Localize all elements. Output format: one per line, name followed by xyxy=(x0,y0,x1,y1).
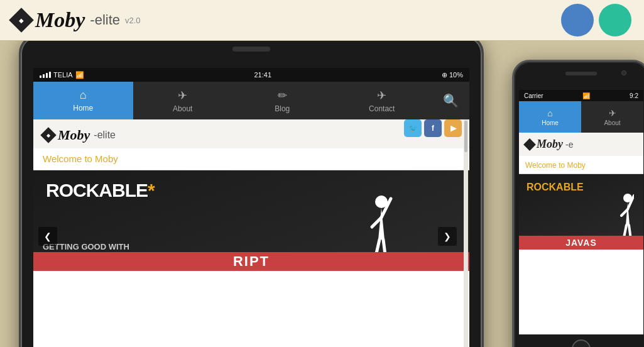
logo-area: Moby -elite v2.0 xyxy=(13,8,141,32)
nav-about[interactable]: ✈ About xyxy=(133,82,233,119)
content-logo-text: Moby xyxy=(58,127,90,143)
blog-icon: ✏ xyxy=(278,89,287,102)
tablet-device: TELIA 📶 21:41 ⊕ 10% ⌂ Home ✈ About ✏ xyxy=(19,35,484,347)
phone-screen: Carrier 📶 9:2 ⌂ Home ✈ About Moby -e xyxy=(519,90,643,334)
phone-welcome-section: Welcome to Moby xyxy=(519,156,643,174)
book-image-area: ROCKABLE* xyxy=(33,170,469,271)
phone-home-icon: ⌂ xyxy=(547,108,552,118)
carousel-prev-button[interactable]: ❮ xyxy=(38,227,57,246)
bar1 xyxy=(40,75,41,78)
phone-diamond-icon xyxy=(523,138,536,151)
content-logo-elite: -elite xyxy=(94,129,116,141)
script-text-bar: RIPT xyxy=(33,252,469,271)
theme-circles xyxy=(561,4,631,36)
phone-javas-text: JAVAS xyxy=(565,238,597,248)
circle-green[interactable] xyxy=(599,4,631,36)
scrollbar-track[interactable] xyxy=(464,119,468,347)
social-icons: 🐦 f ▶ xyxy=(404,119,462,137)
phone-about-label: About xyxy=(604,119,620,126)
tablet-status-bar: TELIA 📶 21:41 ⊕ 10% xyxy=(33,68,469,82)
tablet-carrier: TELIA xyxy=(53,71,73,79)
phone-nav-about[interactable]: ✈ About xyxy=(581,101,643,133)
phone-status-bar: Carrier 📶 9:2 xyxy=(519,90,643,101)
welcome-section: Welcome to Moby xyxy=(33,148,469,170)
phone-rockable-text: ROCKABLE xyxy=(527,182,584,193)
search-icon: 🔍 xyxy=(443,93,459,108)
nav-contact[interactable]: ✈ Contact xyxy=(332,82,432,119)
phone-nav-home[interactable]: ⌂ Home xyxy=(519,101,581,133)
carousel-next-button[interactable]: ❯ xyxy=(438,227,457,246)
content-diamond-icon: ◆ xyxy=(40,127,56,143)
phone-device: Carrier 📶 9:2 ⌂ Home ✈ About Moby -e xyxy=(512,60,644,347)
logo-version: v2.0 xyxy=(125,16,141,25)
twitter-icon[interactable]: 🐦 xyxy=(404,119,422,137)
phone-logo-elite: -e xyxy=(565,140,573,150)
tablet-time: 21:41 xyxy=(254,71,271,79)
signal-bars xyxy=(40,72,51,78)
tablet-content-area: ◆ Moby -elite Welcome to Moby xyxy=(33,119,469,271)
phone-wifi-icon: 📶 xyxy=(582,92,590,99)
phone-carrier: Carrier xyxy=(524,92,543,99)
rockable-brand-text: ROCKABLE* xyxy=(46,180,155,201)
tablet-camera xyxy=(232,47,270,52)
phone-camera xyxy=(621,70,626,75)
welcome-text: Welcome to Moby xyxy=(43,153,118,164)
nav-about-label: About xyxy=(173,104,192,113)
tablet-battery: ⊕ 10% xyxy=(442,71,463,79)
header: Moby -elite v2.0 xyxy=(0,0,644,41)
bar3 xyxy=(46,73,48,78)
nav-home[interactable]: ⌂ Home xyxy=(33,82,133,119)
phone-content-logo: Moby -e xyxy=(519,133,643,156)
phone-home-button[interactable] xyxy=(572,339,591,347)
book-cover: ROCKABLE* xyxy=(33,170,469,271)
tablet-screen: TELIA 📶 21:41 ⊕ 10% ⌂ Home ✈ About ✏ xyxy=(33,68,469,347)
scrollbar-thumb xyxy=(464,121,467,152)
tablet-status-left: TELIA 📶 xyxy=(40,71,84,79)
phone-logo-moby: Moby xyxy=(537,138,563,151)
logo-diamond-icon xyxy=(9,8,34,33)
bar4 xyxy=(49,72,51,78)
home-icon: ⌂ xyxy=(80,89,87,102)
search-button[interactable]: 🔍 xyxy=(432,82,469,119)
bar2 xyxy=(43,74,45,78)
phone-javas-bar: JAVAS xyxy=(519,236,643,250)
main-content: TELIA 📶 21:41 ⊕ 10% ⌂ Home ✈ About ✏ xyxy=(0,41,644,347)
phone-home-label: Home xyxy=(542,119,559,126)
about-icon: ✈ xyxy=(178,89,187,102)
contact-icon: ✈ xyxy=(377,89,386,102)
script-text: RIPT xyxy=(233,253,270,270)
phone-about-icon: ✈ xyxy=(609,108,616,118)
nav-contact-label: Contact xyxy=(369,104,395,113)
phone-book-area: ROCKABLE GETTING GOOD WITH JAVAS xyxy=(519,174,643,250)
nav-blog[interactable]: ✏ Blog xyxy=(232,82,332,119)
logo-moby-text: Moby xyxy=(35,8,85,32)
tablet-navbar: ⌂ Home ✈ About ✏ Blog ✈ Contact 🔍 xyxy=(33,82,469,119)
rockable-title: ROCKABLE* xyxy=(46,180,155,201)
nav-blog-label: Blog xyxy=(275,104,290,113)
nav-home-label: Home xyxy=(73,104,93,113)
phone-navbar: ⌂ Home ✈ About xyxy=(519,101,643,133)
tablet-wifi-icon: 📶 xyxy=(75,71,84,79)
logo-elite-text: -elite xyxy=(90,12,120,28)
phone-time: 9:2 xyxy=(630,92,638,99)
circle-blue[interactable] xyxy=(561,4,594,36)
facebook-icon[interactable]: f xyxy=(424,119,442,137)
rss-icon[interactable]: ▶ xyxy=(444,119,462,137)
phone-speaker xyxy=(565,72,597,75)
phone-welcome-text: Welcome to Moby xyxy=(525,161,586,170)
